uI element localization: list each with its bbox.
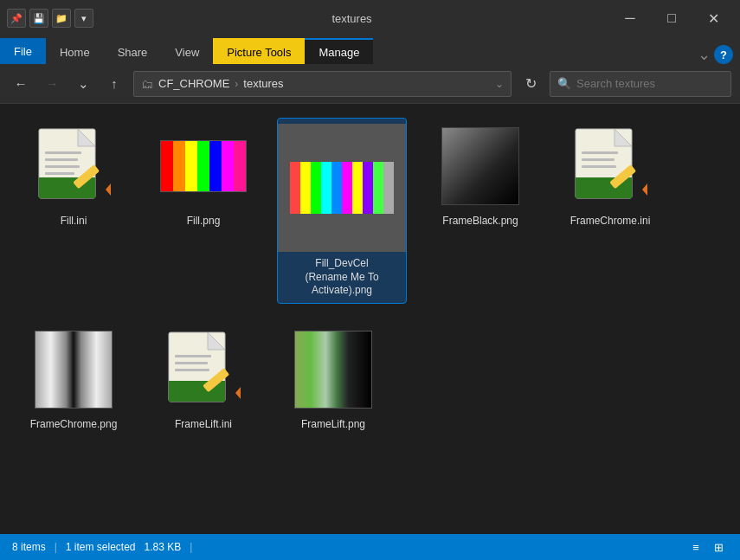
refresh-button[interactable]: ↻: [518, 72, 543, 96]
file-item-fill-png[interactable]: Fill.png: [147, 118, 260, 304]
notepad-icon-fill-ini: [35, 127, 113, 205]
file-thumb-fill-ini: [30, 123, 117, 209]
file-grid: Fill.ini Fill.png Fill_DevCel(Rename Me …: [0, 104, 740, 534]
file-item-framechrome-png[interactable]: FrameChrome.png: [17, 321, 130, 437]
status-bar: 8 items | 1 item selected 1.83 KB | ≡ ⊞: [0, 534, 740, 560]
svg-rect-20: [175, 362, 208, 364]
file-thumb-fill-devcel: [278, 124, 406, 252]
search-box[interactable]: 🔍: [550, 71, 731, 97]
breadcrumb-separator: ›: [235, 78, 238, 90]
forward-button: →: [40, 72, 64, 96]
folder-address-icon: 🗂: [141, 77, 153, 91]
minimize-button[interactable]: ─: [610, 5, 650, 31]
file-label-framelift-png: FrameLift.png: [301, 418, 365, 432]
file-item-framechrome-ini[interactable]: FrameChrome.ini: [554, 118, 666, 304]
file-thumb-framechrome-png: [30, 326, 117, 413]
search-input[interactable]: [576, 77, 724, 90]
file-label-fill-ini: Fill.ini: [61, 215, 87, 229]
breadcrumb-root[interactable]: CF_CHROME: [158, 77, 229, 90]
pin-icon[interactable]: 📌: [7, 9, 26, 28]
file-thumb-framelift-ini: [160, 326, 247, 413]
up-button[interactable]: ↑: [102, 72, 126, 96]
status-item-count: 8 items: [12, 541, 46, 553]
file-label-framechrome-png: FrameChrome.png: [30, 418, 118, 432]
ribbon-collapse-icon[interactable]: ⌄: [698, 45, 711, 64]
tab-view[interactable]: View: [161, 38, 213, 64]
frameblack-preview-image: [441, 127, 519, 205]
file-thumb-framelift-png: [290, 326, 376, 413]
file-thumb-fill-png: [160, 123, 247, 209]
back-button[interactable]: ←: [9, 72, 33, 96]
file-thumb-framechrome-ini: [567, 123, 653, 209]
maximize-button[interactable]: □: [652, 5, 692, 31]
close-button[interactable]: ✕: [693, 5, 733, 31]
address-bar[interactable]: 🗂 CF_CHROME › textures ⌄: [133, 71, 512, 97]
file-label-fill-png: Fill.png: [187, 215, 221, 229]
file-label-frameblack: FrameBlack.png: [442, 215, 518, 229]
fill-devcel-preview-image: [290, 162, 394, 214]
save-icon[interactable]: 💾: [29, 9, 48, 28]
status-sep-1: |: [55, 541, 57, 553]
status-selected: 1 item selected: [66, 541, 136, 553]
fill-devcel-outer-box: [278, 124, 406, 252]
notepad-icon-framechrome-ini: [571, 127, 649, 205]
breadcrumb-current[interactable]: textures: [243, 77, 283, 90]
svg-rect-5: [45, 172, 74, 175]
svg-rect-12: [582, 158, 615, 161]
tab-file[interactable]: File: [0, 38, 46, 64]
details-view-button[interactable]: ≡: [686, 537, 705, 557]
file-thumb-frameblack: [437, 123, 524, 209]
framelift-preview-image: [294, 331, 372, 409]
tab-picture-tools[interactable]: Picture Tools: [213, 38, 305, 64]
file-item-frameblack[interactable]: FrameBlack.png: [424, 118, 537, 304]
ribbon-right-controls: ⌄ ?: [698, 45, 740, 64]
file-label-framechrome-ini: FrameChrome.ini: [570, 215, 651, 229]
svg-marker-24: [235, 387, 241, 399]
svg-rect-3: [45, 158, 78, 161]
svg-marker-16: [642, 183, 647, 196]
large-icons-view-button[interactable]: ⊞: [709, 537, 728, 557]
window-title: textures: [99, 12, 605, 25]
svg-rect-21: [175, 369, 209, 371]
file-label-fill-devcel: Fill_DevCel(Rename Me ToActivate).png: [305, 257, 378, 298]
svg-rect-2: [45, 151, 81, 154]
svg-rect-4: [45, 165, 80, 168]
tab-share[interactable]: Share: [104, 38, 162, 64]
chevron-down-icon[interactable]: ▾: [74, 9, 93, 28]
svg-rect-19: [175, 355, 211, 357]
file-label-framelift-ini: FrameLift.ini: [175, 418, 232, 432]
status-size: 1.83 KB: [145, 541, 182, 553]
file-item-fill-devcel[interactable]: Fill_DevCel(Rename Me ToActivate).png: [277, 118, 407, 304]
framechrome-preview-image: [35, 331, 113, 409]
quick-access-toolbar: 📌 💾 📁 ▾: [7, 9, 93, 28]
tab-home[interactable]: Home: [46, 38, 104, 64]
recent-dropdown-button[interactable]: ⌄: [71, 72, 95, 96]
help-button[interactable]: ?: [714, 45, 733, 64]
status-sep-2: |: [190, 541, 192, 553]
folder-icon[interactable]: 📁: [52, 9, 71, 28]
file-item-framelift-ini[interactable]: FrameLift.ini: [147, 321, 260, 437]
svg-rect-13: [582, 165, 616, 168]
ribbon-tabs: File Home Share View Picture Tools Manag…: [0, 36, 740, 64]
nav-bar: ← → ⌄ ↑ 🗂 CF_CHROME › textures ⌄ ↻ 🔍: [0, 64, 740, 104]
address-dropdown-icon[interactable]: ⌄: [495, 78, 504, 90]
file-item-framelift-png[interactable]: FrameLift.png: [277, 321, 389, 437]
status-view-controls: ≡ ⊞: [686, 537, 728, 557]
svg-marker-8: [106, 183, 111, 196]
notepad-icon-framelift-ini: [164, 331, 242, 409]
file-item-fill-ini[interactable]: Fill.ini: [17, 118, 130, 304]
fill-png-preview-image: [160, 140, 247, 192]
search-icon: 🔍: [557, 77, 571, 90]
window-controls: ─ □ ✕: [610, 5, 733, 31]
svg-rect-11: [582, 151, 618, 154]
title-bar: 📌 💾 📁 ▾ textures ─ □ ✕: [0, 0, 740, 36]
tab-manage[interactable]: Manage: [305, 38, 373, 64]
